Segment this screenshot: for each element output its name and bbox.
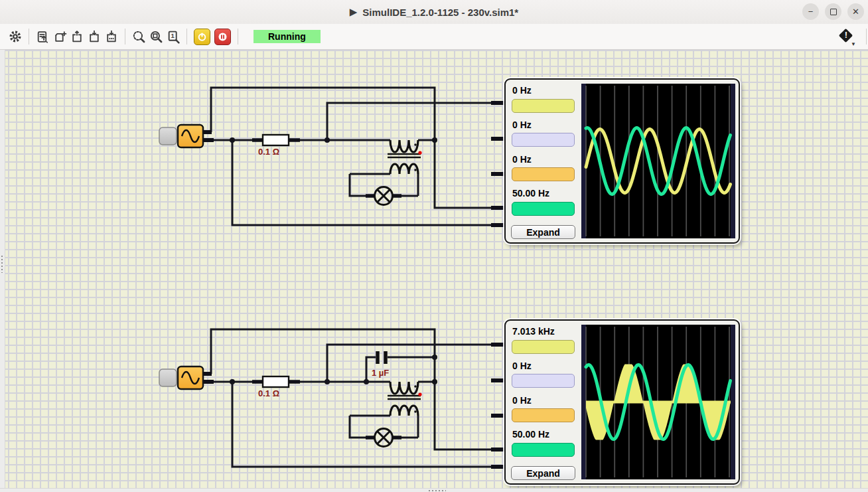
ac-source-2[interactable] — [178, 367, 203, 389]
screen-edge — [731, 325, 735, 479]
scope2-channel4-color-bar[interactable] — [512, 443, 575, 457]
scope2-channel1-color-bar[interactable] — [512, 340, 575, 354]
left-dock-splitter[interactable] — [0, 50, 5, 492]
scope1-channel1-frequency: 0 Hz — [512, 85, 532, 96]
circuit-1[interactable]: 0.1 Ω — [159, 88, 506, 225]
save-circuit-as-icon[interactable] — [103, 28, 120, 45]
close-button[interactable]: ✕ — [847, 3, 864, 20]
title-bar: ▶ SimulIDE_1.2.0-1125 - 230v.sim1* − ✕ — [0, 0, 868, 25]
bottom-dock-splitter[interactable] — [0, 488, 868, 492]
scope1-channel3-color-bar[interactable] — [512, 167, 575, 181]
pause-button[interactable] — [214, 29, 231, 45]
window-title: ▶ SimulIDE_1.2.0-1125 - 230v.sim1* — [350, 6, 518, 18]
bottom-splitter-handle[interactable] — [429, 490, 446, 491]
close-icon: ✕ — [852, 7, 859, 16]
capacitor-value-label: 1 µF — [372, 368, 389, 378]
chevron-down-icon: ▼ — [851, 41, 856, 47]
ac-source-1[interactable] — [178, 125, 203, 147]
scope1-channel2-frequency: 0 Hz — [512, 120, 532, 130]
toolbar-separator — [125, 29, 125, 44]
screen-edge — [581, 325, 586, 479]
wires[interactable] — [211, 88, 494, 225]
zoom-to-selection-icon[interactable] — [147, 28, 165, 45]
restore-icon — [830, 9, 837, 15]
resistor-1[interactable] — [252, 135, 300, 145]
info-icon[interactable]: ! ▼ — [837, 28, 855, 45]
oscilloscope-1[interactable]: 0 Hz0 Hz0 Hz50.00 Hz Expand — [504, 78, 740, 244]
scope1-channel2-color-bar[interactable] — [512, 133, 575, 147]
resistor-2[interactable] — [252, 376, 300, 387]
circuit-canvas[interactable]: 0.1 Ω — [0, 50, 868, 492]
source1-pins — [203, 132, 214, 140]
lamp-2[interactable] — [366, 429, 401, 447]
toolbar-separator — [186, 29, 187, 44]
scope2-channel2-color-bar[interactable] — [512, 374, 575, 388]
toolbar-separator — [866, 29, 867, 44]
scope2-channel1-frequency: 7.013 kHz — [512, 326, 555, 337]
scope2-channel2-frequency: 0 Hz — [512, 361, 532, 371]
resistor1-value-label: 0.1 Ω — [258, 147, 279, 157]
new-circuit-icon[interactable] — [51, 28, 68, 45]
left-splitter-handle[interactable] — [1, 256, 3, 273]
toolbar-separator — [29, 29, 29, 44]
polarity-dot — [414, 143, 417, 146]
transformer-1[interactable] — [388, 140, 422, 174]
scope1-channel-panel: 0 Hz0 Hz0 Hz50.00 Hz — [506, 80, 580, 242]
wires[interactable] — [211, 329, 494, 467]
window-title-text: SimulIDE_1.2.0-1125 - 230v.sim1* — [362, 7, 518, 18]
source2-pins — [203, 374, 214, 382]
save-circuit-icon[interactable] — [86, 28, 103, 45]
source1-toggle-button[interactable] — [159, 127, 177, 145]
polarity-red-dot — [418, 392, 421, 396]
zoom-to-fit-icon[interactable] — [130, 28, 147, 45]
polarity-dot — [414, 169, 417, 171]
polarity-dot — [414, 385, 417, 388]
restore-button[interactable] — [825, 3, 841, 20]
scope1-channel3-frequency: 0 Hz — [512, 154, 532, 165]
polarity-red-dot — [418, 151, 421, 154]
svg-text:1: 1 — [171, 32, 174, 39]
scope1-screen[interactable] — [581, 84, 735, 238]
scope2-channel4-frequency: 50.00 Hz — [512, 429, 549, 440]
circuit-2[interactable]: 0.1 Ω 1 µF — [159, 329, 506, 467]
scope2-expand-button[interactable]: Expand — [511, 466, 575, 480]
capacitor[interactable] — [378, 351, 386, 364]
scope1-channel4-frequency: 50.00 Hz — [512, 188, 549, 199]
zoom-one-to-one-icon[interactable]: 1 — [165, 28, 182, 45]
main-toolbar: 1 Running ! ▼ — [0, 24, 868, 50]
info-exclamation: ! — [837, 30, 855, 40]
minimize-button[interactable]: − — [802, 3, 819, 20]
scope1-expand-button[interactable]: Expand — [511, 225, 575, 239]
scope2-channel3-frequency: 0 Hz — [512, 395, 532, 406]
screen-edge — [731, 84, 735, 238]
resistor2-value-label: 0.1 Ω — [258, 388, 279, 398]
simulation-status-badge: Running — [253, 30, 321, 43]
recent-circuits-icon[interactable] — [34, 28, 51, 45]
open-circuit-icon[interactable] — [68, 28, 86, 45]
toolbar-separator — [238, 29, 238, 44]
transformer-2[interactable] — [388, 382, 422, 416]
screen-edge — [581, 84, 586, 238]
scope2-channel3-color-bar[interactable] — [512, 408, 575, 422]
settings-gear-icon[interactable] — [7, 28, 24, 45]
scope2-screen[interactable] — [581, 325, 735, 479]
source2-toggle-button[interactable] — [159, 369, 177, 386]
scope1-channel1-color-bar[interactable] — [512, 99, 575, 113]
play-icon: ▶ — [350, 6, 358, 18]
oscilloscope-2[interactable]: 7.013 kHz0 Hz0 Hz50.00 Hz Expand — [504, 319, 740, 485]
lamp-1[interactable] — [366, 187, 401, 205]
minimize-icon: − — [808, 7, 814, 16]
simulide-window: { "window": { "play_glyph": "▶", "title"… — [0, 0, 868, 492]
scope2-channel-panel: 7.013 kHz0 Hz0 Hz50.00 Hz — [506, 321, 580, 483]
scope1-channel4-color-bar[interactable] — [512, 202, 575, 216]
power-button[interactable] — [194, 29, 210, 45]
polarity-dot — [414, 410, 417, 413]
